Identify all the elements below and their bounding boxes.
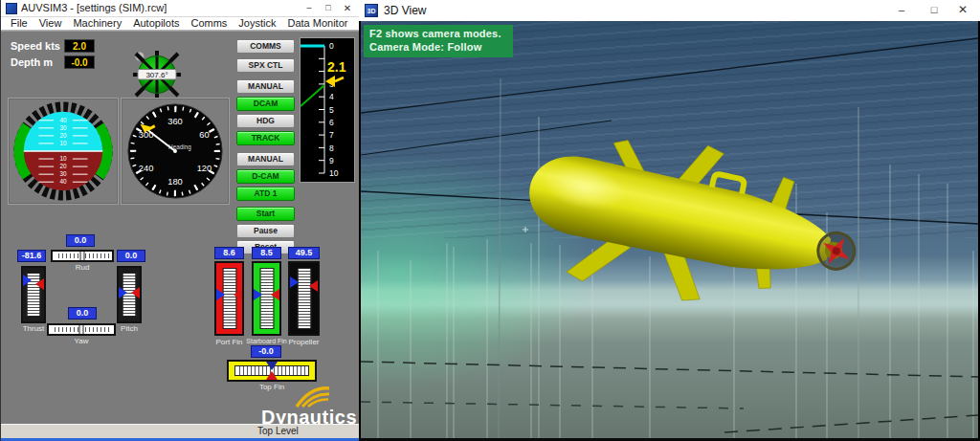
propeller-gauge[interactable]: [288, 261, 320, 336]
svg-text:8: 8: [329, 143, 334, 153]
port-fin-gauge[interactable]: [214, 261, 244, 336]
close-icon[interactable]: ✕: [338, 0, 357, 17]
auv-model: [513, 111, 871, 336]
pitch-gauge[interactable]: [117, 266, 142, 323]
manual-1-button[interactable]: MANUAL: [236, 79, 295, 94]
auvsim-window: AUVSIM3 - [settings (SIM).rcw] – □ ✕ Fil…: [0, 0, 359, 441]
manual-2-button[interactable]: MANUAL: [236, 152, 295, 166]
start-button[interactable]: Start: [236, 207, 295, 221]
menu-view[interactable]: View: [33, 17, 68, 30]
yaw-value: 0.0: [68, 307, 97, 320]
auvsim-window-title: AUVSIM3 - [settings (SIM).rcw]: [21, 2, 167, 13]
starboard-fin-gauge[interactable]: [252, 261, 281, 336]
svg-text:10: 10: [59, 155, 67, 162]
top-fin-value: -0.0: [251, 345, 281, 358]
thrust-value: -81.6: [17, 250, 46, 262]
menu-comms[interactable]: Comms: [185, 17, 233, 30]
rud-label: Rud: [51, 263, 114, 272]
speed-value: 2.0: [64, 39, 95, 53]
heading-center-label: Heading: [168, 143, 191, 151]
overlay-line-2: Camera Mode: Follow: [369, 40, 501, 54]
d-cam-button[interactable]: D-CAM: [236, 169, 295, 184]
3d-view-icon: 3D: [365, 4, 378, 17]
menu-data-monitor[interactable]: Data Monitor: [281, 17, 353, 30]
comms-button[interactable]: COMMS: [236, 39, 295, 54]
propeller-label: Propeller: [283, 338, 324, 346]
menu-autopilots[interactable]: Autopilots: [127, 17, 185, 30]
svg-text:30: 30: [59, 170, 67, 177]
3d-view-titlebar[interactable]: 3D 3D View – □ ✕: [359, 0, 980, 21]
rud-slider[interactable]: [51, 250, 114, 262]
svg-text:5: 5: [329, 105, 334, 115]
attitude-indicator: 40 30 20 10 10 20 30 40: [8, 98, 119, 205]
yaw-slider[interactable]: [47, 323, 116, 336]
svg-text:0: 0: [329, 41, 334, 51]
svg-text:20: 20: [59, 132, 67, 139]
hdg-button[interactable]: HDG: [236, 114, 295, 128]
3d-view-window: 3D 3D View – □ ✕: [359, 0, 980, 441]
status-text: Top Level: [257, 426, 299, 436]
depth-label: Depth m: [11, 56, 53, 68]
svg-text:240: 240: [139, 164, 154, 173]
menu-file[interactable]: File: [5, 17, 33, 30]
depth-scale-gauge: 0 3 4 5 6 7 8 9 10 2.1: [300, 37, 355, 183]
svg-text:7: 7: [329, 130, 334, 140]
top-fin-gauge[interactable]: [227, 360, 317, 382]
atd1-button[interactable]: ATD 1: [236, 187, 295, 201]
3d-scene: [361, 21, 978, 438]
pause-button[interactable]: Pause: [236, 224, 295, 238]
port-fin-value: 8.6: [214, 247, 244, 259]
propeller-value: 49.5: [288, 247, 320, 259]
camera-mode-overlay: F2 shows camera modes. Camera Mode: Foll…: [364, 25, 513, 57]
maximize-icon[interactable]: □: [319, 0, 338, 17]
svg-text:40: 40: [59, 178, 67, 185]
thrust-gauge[interactable]: [21, 266, 46, 323]
overlay-line-1: F2 shows camera modes.: [369, 27, 501, 40]
close-icon[interactable]: ✕: [953, 0, 972, 21]
menu-joystick[interactable]: Joystick: [233, 17, 281, 30]
speed-label: Speed kts: [11, 40, 60, 52]
depth-current-value: 2.1: [327, 59, 346, 75]
svg-text:180: 180: [167, 177, 183, 187]
minimize-icon[interactable]: –: [892, 0, 911, 21]
control-panel: Speed kts 2.0 Depth m -0.0 307.6° COMMS …: [1, 31, 360, 424]
maximize-icon[interactable]: □: [924, 0, 944, 21]
svg-text:360: 360: [167, 117, 183, 126]
svg-text:10: 10: [329, 168, 339, 178]
depth-value: -0.0: [64, 55, 95, 69]
status-bar: Top Level: [1, 424, 360, 438]
menu-machinery[interactable]: Machinery: [67, 17, 127, 30]
svg-text:4: 4: [329, 92, 334, 101]
pitch-value: 0.0: [117, 250, 145, 262]
3d-viewport[interactable]: F2 shows camera modes. Camera Mode: Foll…: [361, 21, 978, 438]
starboard-fin-value: 8.5: [252, 247, 281, 259]
rope-line: [361, 121, 612, 155]
auvsim-titlebar[interactable]: AUVSIM3 - [settings (SIM).rcw] – □ ✕: [1, 0, 359, 17]
particle: [523, 227, 528, 232]
screenshot-root: AUVSIM3 - [settings (SIM).rcw] – □ ✕ Fil…: [0, 0, 980, 441]
svg-text:30: 30: [59, 124, 67, 131]
dcam-button[interactable]: DCAM: [236, 97, 295, 111]
compass-heading-value: 307.6°: [145, 71, 167, 79]
svg-text:40: 40: [59, 117, 67, 123]
svg-text:6: 6: [329, 118, 334, 127]
auvsim-app-icon: [6, 3, 17, 14]
compass-rose: 307.6°: [131, 49, 183, 100]
spx-ctl-button[interactable]: SPX CTL: [236, 58, 295, 73]
svg-text:10: 10: [59, 140, 67, 146]
menu-bar: FileViewMachineryAutopilotsCommsJoystick…: [1, 17, 359, 31]
svg-text:20: 20: [59, 163, 67, 169]
yaw-label: Yaw: [47, 337, 116, 345]
rud-value: 0.0: [66, 234, 95, 247]
svg-text:60: 60: [199, 130, 209, 140]
track-button[interactable]: TRACK: [236, 131, 295, 145]
minimize-icon[interactable]: –: [300, 0, 319, 17]
heading-dial: 360 60 120 180 240 300 Heading: [121, 98, 230, 205]
svg-text:9: 9: [329, 156, 334, 165]
svg-text:120: 120: [197, 164, 212, 173]
3d-view-title: 3D View: [384, 4, 426, 17]
